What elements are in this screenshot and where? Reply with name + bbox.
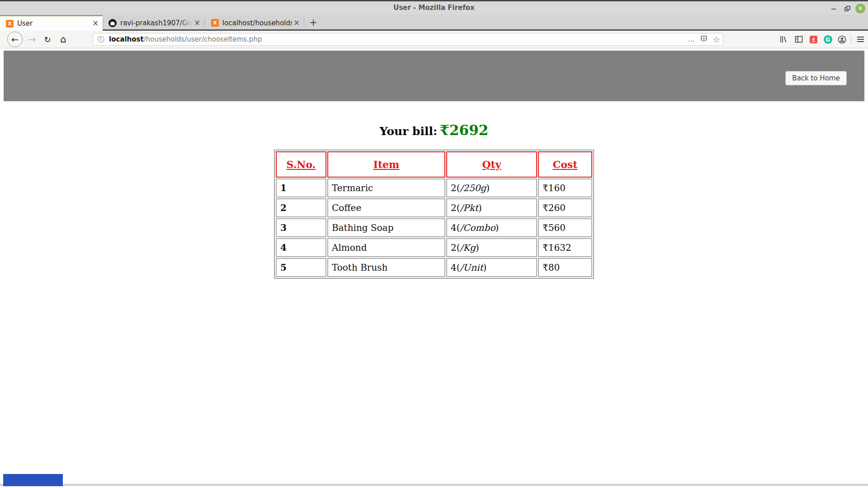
status-bar — [3, 474, 63, 486]
table-row: 1 Termaric 2(/250g) ₹160 — [276, 178, 592, 197]
library-icon — [779, 35, 788, 43]
tab-separator — [204, 19, 205, 28]
cell-sno: 1 — [276, 178, 326, 197]
cell-cost: ₹560 — [538, 218, 592, 237]
download-addon-icon — [810, 36, 817, 43]
restore-icon — [846, 6, 850, 10]
bill-amount: ₹2692 — [439, 122, 488, 138]
back-to-home-button[interactable]: Back to Home — [785, 71, 847, 85]
cell-cost: ₹1632 — [538, 238, 592, 257]
page-actions-icon[interactable]: … — [688, 35, 695, 43]
sidebars-button[interactable] — [792, 31, 806, 48]
restore-button[interactable] — [843, 5, 852, 14]
header-cost[interactable]: Cost — [538, 151, 592, 178]
tab-label: localhost/households/ — [222, 19, 292, 27]
bookmark-star-icon[interactable]: ☆ — [713, 35, 720, 44]
cell-item: Almond — [327, 238, 445, 257]
github-icon — [108, 19, 117, 27]
back-icon: ← — [7, 32, 23, 47]
tab-user[interactable]: X User × — [0, 15, 103, 31]
table-header-row: S.No. Item Qty Cost — [276, 151, 592, 178]
tab-label: ravi-prakash1907/Groce — [120, 19, 193, 28]
cell-item: Tooth Brush — [327, 258, 445, 277]
cell-qty: 4(/Unit) — [446, 258, 537, 277]
navigation-toolbar: ← → ↻ ⌂ ⓘ localhost/households/user/choo… — [0, 31, 868, 48]
cell-qty: 2(/Kg) — [446, 238, 537, 257]
menu-button[interactable] — [854, 31, 867, 48]
page-content: Back to Home Your bill: ₹2692 S.No. Item… — [0, 48, 868, 488]
account-button[interactable] — [835, 31, 849, 48]
close-window-button[interactable]: ✕ — [855, 4, 865, 14]
close-tab-icon[interactable]: × — [292, 19, 301, 28]
cell-item: Termaric — [327, 178, 445, 197]
site-info-icon[interactable]: ⓘ — [98, 35, 104, 44]
grammarly-icon: G — [824, 35, 832, 44]
url-bar[interactable]: ⓘ localhost/households/user/chooseItems.… — [93, 33, 723, 46]
cell-qty: 4(/Combo) — [446, 218, 537, 237]
cell-qty: 2(/Pkt) — [446, 198, 537, 217]
grammarly-button[interactable]: G — [821, 31, 835, 48]
xampp-icon: X — [6, 20, 14, 28]
library-button[interactable] — [777, 31, 790, 48]
pocket-icon[interactable] — [700, 35, 708, 44]
toolbar-separator — [851, 34, 851, 44]
header-sno[interactable]: S.No. — [276, 151, 326, 178]
reload-button[interactable]: ↻ — [41, 31, 54, 48]
cell-item: Bathing Soap — [327, 218, 445, 237]
tab-github[interactable]: ravi-prakash1907/Groce × — [103, 15, 204, 31]
new-tab-button[interactable]: + — [307, 17, 320, 29]
tab-separator — [304, 19, 304, 28]
page-actions: … ☆ — [688, 33, 720, 45]
table-row: 4 Almond 2(/Kg) ₹1632 — [276, 238, 592, 257]
url-text: localhost/households/user/chooseItems.ph… — [109, 35, 262, 43]
close-tab-icon[interactable]: × — [193, 19, 202, 28]
header-item[interactable]: Item — [327, 151, 445, 178]
cell-cost: ₹160 — [538, 178, 592, 197]
cell-qty: 2(/250g) — [446, 178, 537, 197]
minimize-button[interactable] — [829, 5, 838, 14]
page-header-band: Back to Home — [4, 51, 864, 101]
tab-localhost[interactable]: X localhost/households/ × — [206, 15, 304, 31]
table-row: 3 Bathing Soap 4(/Combo) ₹560 — [276, 218, 592, 237]
cell-cost: ₹80 — [538, 258, 592, 277]
header-qty[interactable]: Qty — [446, 151, 537, 178]
cell-cost: ₹260 — [538, 198, 592, 217]
table-row: 5 Tooth Brush 4(/Unit) ₹80 — [276, 258, 592, 277]
window-titlebar: User - Mozilla Firefox ✕ — [0, 0, 868, 15]
tab-label: User — [17, 19, 91, 28]
cell-sno: 3 — [276, 218, 326, 237]
minimize-icon — [831, 9, 836, 9]
cell-sno: 2 — [276, 198, 326, 217]
table-row: 2 Coffee 2(/Pkt) ₹260 — [276, 198, 592, 217]
url-host: localhost — [109, 35, 144, 43]
xampp-icon: X — [211, 19, 219, 27]
bill-table: S.No. Item Qty Cost 1 Termaric 2(/250g) … — [274, 150, 594, 279]
sidebar-icon — [795, 35, 803, 43]
window-title: User - Mozilla Firefox — [0, 4, 868, 12]
cell-sno: 4 — [276, 238, 326, 257]
url-path: /households/user/chooseItems.php — [144, 35, 262, 43]
account-icon — [838, 35, 846, 44]
back-button[interactable]: ← — [6, 31, 24, 48]
window-bottom-edge — [0, 484, 868, 486]
home-button[interactable]: ⌂ — [56, 31, 71, 48]
bill-heading: Your bill: ₹2692 — [0, 122, 868, 138]
close-tab-icon[interactable]: × — [91, 19, 100, 28]
bill-label: Your bill: — [380, 125, 438, 138]
tab-bar: X User × ravi-prakash1907/Groce × X loca… — [0, 15, 868, 31]
cell-item: Coffee — [327, 198, 445, 217]
download-addon-button[interactable] — [807, 31, 820, 48]
forward-button[interactable]: → — [25, 31, 39, 48]
cell-sno: 5 — [276, 258, 326, 277]
hamburger-icon — [857, 37, 864, 42]
